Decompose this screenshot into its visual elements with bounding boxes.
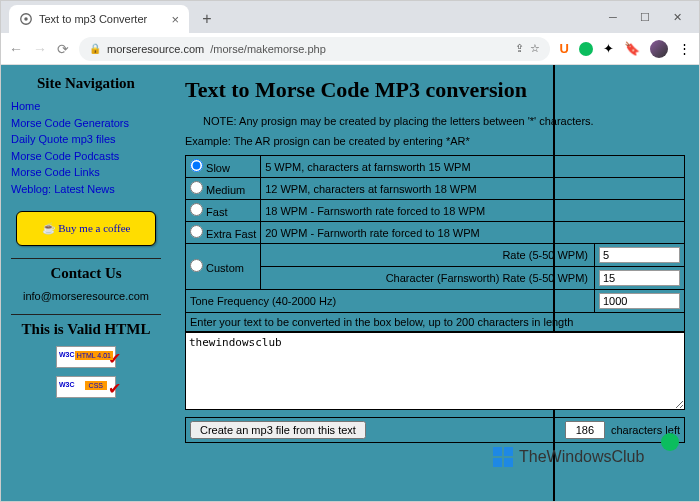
maximize-button[interactable]: ☐: [631, 7, 659, 27]
nav-heading: Site Navigation: [11, 75, 161, 92]
valid-heading: This is Valid HTML: [11, 321, 161, 338]
custom-row-rate: Custom Rate (5-50 WPM): [186, 244, 685, 267]
note-prosign: NOTE: Any prosign may be created by plac…: [185, 115, 685, 127]
svg-rect-3: [504, 447, 513, 456]
speed-row-medium: Medium 12 WPM, characters at farnsworth …: [186, 178, 685, 200]
speed-desc: 12 WPM, characters at farnsworth 18 WPM: [261, 178, 685, 200]
new-tab-button[interactable]: +: [195, 7, 219, 31]
nav-link-links[interactable]: Morse Code Links: [11, 164, 161, 181]
nav-link-home[interactable]: Home: [11, 98, 161, 115]
back-button[interactable]: ←: [9, 41, 23, 57]
titlebar: Text to mp3 Converter × + ─ ☐ ✕: [1, 1, 699, 33]
speed-desc: 20 WPM - Farnworth rate forced to 18 WPM: [261, 222, 685, 244]
speed-radio-custom[interactable]: [190, 259, 203, 272]
forward-button[interactable]: →: [33, 41, 47, 57]
speed-radio-slow[interactable]: [190, 159, 203, 172]
extension-icons: U ✦ 🔖 ⋮: [560, 40, 691, 58]
address-bar[interactable]: 🔒 morseresource.com/morse/makemorse.php …: [79, 37, 550, 61]
extension-grammarly-icon[interactable]: [579, 42, 593, 56]
browser-window: Text to mp3 Converter × + ─ ☐ ✕ ← → ⟳ 🔒 …: [0, 0, 700, 502]
close-window-button[interactable]: ✕: [663, 7, 691, 27]
minimize-button[interactable]: ─: [599, 7, 627, 27]
divider: [11, 258, 161, 259]
nav-link-daily-quote[interactable]: Daily Quote mp3 files: [11, 131, 161, 148]
chars-left-value: [565, 421, 605, 439]
rate-label: Rate (5-50 WPM): [261, 244, 595, 267]
speed-desc: 5 WPM, characters at farnsworth 15 WPM: [261, 156, 685, 178]
nav-link-podcasts[interactable]: Morse Code Podcasts: [11, 148, 161, 165]
window-controls: ─ ☐ ✕: [599, 7, 699, 33]
url-domain: morseresource.com: [107, 43, 204, 55]
rate-input[interactable]: [599, 247, 680, 263]
create-mp3-button[interactable]: Create an mp3 file from this text: [190, 421, 366, 439]
nav-link-generators[interactable]: Morse Code Generators: [11, 115, 161, 132]
textarea-prompt: Enter your text to be converted in the b…: [185, 313, 685, 332]
buy-coffee-button[interactable]: ☕ Buy me a coffee: [16, 211, 156, 246]
speed-radio-medium[interactable]: [190, 181, 203, 194]
browser-toolbar: ← → ⟳ 🔒 morseresource.com/morse/makemors…: [1, 33, 699, 65]
extension-u-icon[interactable]: U: [560, 41, 569, 56]
share-icon[interactable]: ⇪: [515, 42, 524, 55]
lock-icon: 🔒: [89, 43, 101, 54]
tone-row: Tone Frequency (40-2000 Hz): [186, 290, 685, 313]
char-rate-input[interactable]: [599, 270, 680, 286]
watermark: TheWindowsClub: [491, 445, 644, 469]
tone-input[interactable]: [599, 293, 680, 309]
speed-radio-fast[interactable]: [190, 203, 203, 216]
char-rate-label: Character (Farnsworth) Rate (5-50 WPM): [261, 267, 595, 290]
sidebar: Site Navigation Home Morse Code Generato…: [1, 65, 171, 501]
main-panel: Text to Morse Code MP3 conversion NOTE: …: [171, 65, 699, 501]
w3c-html-badge[interactable]: ✔: [56, 346, 116, 368]
w3c-css-badge[interactable]: ✔: [56, 376, 116, 398]
tab-title: Text to mp3 Converter: [39, 13, 147, 25]
speed-row-fast: Fast 18 WPM - Farnsworth rate forced to …: [186, 200, 685, 222]
divider: [11, 314, 161, 315]
speed-radio-extra-fast[interactable]: [190, 225, 203, 238]
contact-heading: Contact Us: [11, 265, 161, 282]
nav-link-weblog[interactable]: Weblog: Latest News: [11, 181, 161, 198]
speed-row-extra-fast: Extra Fast 20 WPM - Farnworth rate force…: [186, 222, 685, 244]
svg-point-1: [24, 17, 28, 21]
bookmark-icon[interactable]: ☆: [530, 42, 540, 55]
close-tab-icon[interactable]: ×: [171, 12, 179, 27]
windows-logo-icon: [491, 445, 515, 469]
bookmarks-list-icon[interactable]: 🔖: [624, 41, 640, 56]
text-input[interactable]: [185, 332, 685, 410]
tone-label: Tone Frequency (40-2000 Hz): [186, 290, 595, 313]
page-content: Site Navigation Home Morse Code Generato…: [1, 65, 699, 501]
grammarly-bubble-icon[interactable]: [661, 433, 679, 451]
svg-rect-4: [493, 458, 502, 467]
contact-email: info@morseresource.com: [11, 290, 161, 302]
bottom-bar: Create an mp3 file from this text charac…: [185, 417, 685, 443]
browser-tab[interactable]: Text to mp3 Converter ×: [9, 5, 189, 33]
profile-avatar[interactable]: [650, 40, 668, 58]
extensions-puzzle-icon[interactable]: ✦: [603, 41, 614, 56]
url-path: /morse/makemorse.php: [210, 43, 326, 55]
note-example: Example: The AR prosign can be created b…: [185, 135, 685, 147]
menu-icon[interactable]: ⋮: [678, 41, 691, 56]
favicon-icon: [19, 12, 33, 26]
svg-rect-2: [493, 447, 502, 456]
svg-rect-5: [504, 458, 513, 467]
page-title: Text to Morse Code MP3 conversion: [185, 77, 685, 103]
speed-table: Slow 5 WPM, characters at farnsworth 15 …: [185, 155, 685, 313]
speed-row-slow: Slow 5 WPM, characters at farnsworth 15 …: [186, 156, 685, 178]
custom-row-char-rate: Character (Farnsworth) Rate (5-50 WPM): [186, 267, 685, 290]
reload-button[interactable]: ⟳: [57, 41, 69, 57]
speed-desc: 18 WPM - Farnsworth rate forced to 18 WP…: [261, 200, 685, 222]
